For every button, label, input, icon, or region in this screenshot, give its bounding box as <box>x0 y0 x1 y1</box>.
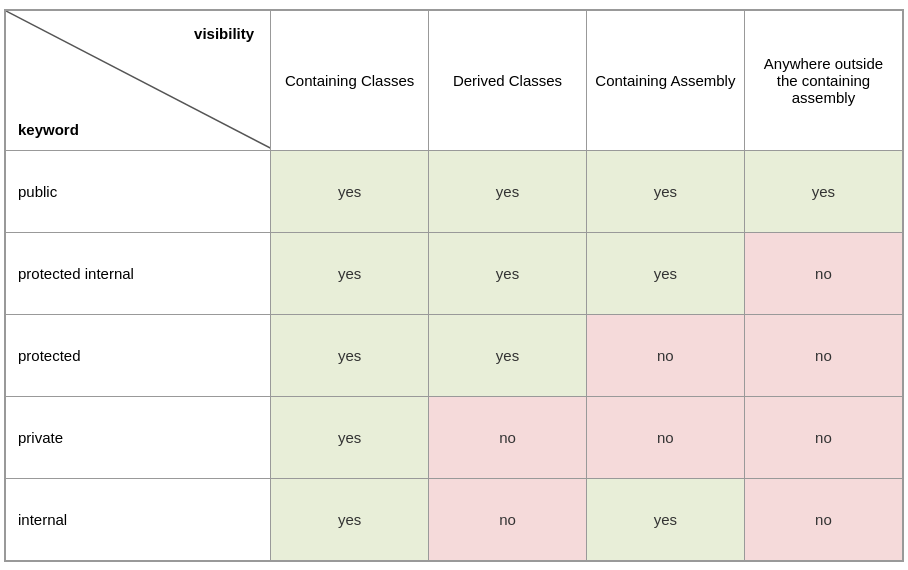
table-body: publicyesyesyesyesprotected internalyesy… <box>6 150 903 560</box>
table-header-row: visibility keyword Containing Classes De… <box>6 10 903 150</box>
keyword-label: keyword <box>18 121 79 138</box>
keyword-cell: internal <box>6 478 271 560</box>
cell-3-1: no <box>429 396 587 478</box>
col-header-anywhere-outside: Anywhere outside the containing assembly <box>744 10 902 150</box>
visibility-label: visibility <box>194 25 254 42</box>
cell-2-2: no <box>586 314 744 396</box>
cell-2-3: no <box>744 314 902 396</box>
cell-3-2: no <box>586 396 744 478</box>
cell-4-1: no <box>429 478 587 560</box>
keyword-cell: private <box>6 396 271 478</box>
header-corner-cell: visibility keyword <box>6 10 271 150</box>
cell-4-2: yes <box>586 478 744 560</box>
keyword-cell: protected <box>6 314 271 396</box>
col-header-containing-assembly: Containing Assembly <box>586 10 744 150</box>
col-header-containing-classes: Containing Classes <box>271 10 429 150</box>
table-row: protectedyesyesnono <box>6 314 903 396</box>
keyword-cell: public <box>6 150 271 232</box>
cell-3-3: no <box>744 396 902 478</box>
table-row: protected internalyesyesyesno <box>6 232 903 314</box>
cell-0-3: yes <box>744 150 902 232</box>
cell-4-3: no <box>744 478 902 560</box>
cell-1-0: yes <box>271 232 429 314</box>
cell-2-1: yes <box>429 314 587 396</box>
cell-4-0: yes <box>271 478 429 560</box>
cell-1-3: no <box>744 232 902 314</box>
cell-3-0: yes <box>271 396 429 478</box>
cell-0-0: yes <box>271 150 429 232</box>
cell-0-1: yes <box>429 150 587 232</box>
table-row: internalyesnoyesno <box>6 478 903 560</box>
keyword-cell: protected internal <box>6 232 271 314</box>
col-header-derived-classes: Derived Classes <box>429 10 587 150</box>
main-table-wrapper: visibility keyword Containing Classes De… <box>4 9 904 562</box>
cell-1-2: yes <box>586 232 744 314</box>
table-row: privateyesnonono <box>6 396 903 478</box>
cell-0-2: yes <box>586 150 744 232</box>
cell-2-0: yes <box>271 314 429 396</box>
cell-1-1: yes <box>429 232 587 314</box>
visibility-table: visibility keyword Containing Classes De… <box>5 10 903 561</box>
table-row: publicyesyesyesyes <box>6 150 903 232</box>
